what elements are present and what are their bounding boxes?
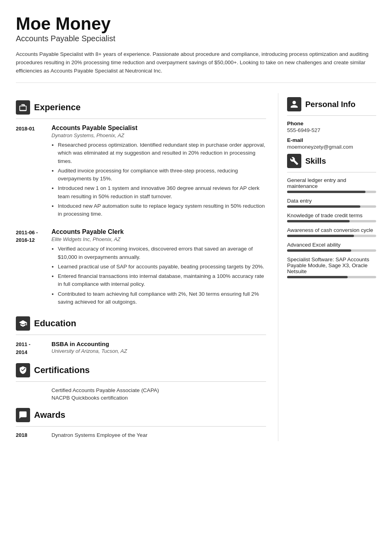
skill-bar-fill xyxy=(287,249,351,252)
award-description: Dynatron Systems Employee of the Year xyxy=(51,432,147,438)
certifications-divider xyxy=(16,381,266,382)
skill-bar-fill xyxy=(287,191,365,193)
personal-info-divider xyxy=(287,115,376,116)
experience-bullet: Intoduced new AP automation suite to rep… xyxy=(58,202,266,218)
skill-item: Awareness of cash conversion cycle xyxy=(287,227,376,237)
skill-bar-background xyxy=(287,276,376,278)
skill-bar-background xyxy=(287,191,376,193)
awards-icon xyxy=(16,408,30,422)
experience-bullet: Introduced new 1 on 1 system and innovat… xyxy=(58,184,266,201)
experience-company: Elite Widgets Inc, Phoenix, AZ xyxy=(51,236,266,242)
education-degree: BSBA in Accounting xyxy=(51,341,127,347)
skill-item: Knowledge of trade credit terms xyxy=(287,212,376,222)
experience-title: Accounts Payable Clerk xyxy=(51,228,266,235)
skill-item: Advanced Excel ability xyxy=(287,242,376,252)
education-icon xyxy=(16,316,30,331)
skill-name: General ledger entry and maintenance xyxy=(287,177,376,189)
email-value: moemoneyzety@gmail.com xyxy=(287,144,376,150)
award-year: 2018 xyxy=(16,432,51,438)
experience-date: 2018-01 xyxy=(16,124,51,220)
skills-divider xyxy=(287,172,376,172)
experience-bullets: Researched process optimization. Identif… xyxy=(51,141,266,218)
skill-item: General ledger entry and maintenance xyxy=(287,177,376,193)
education-section-header: Education xyxy=(16,316,266,331)
summary-text: Accounts Payable Specialist with 8+ year… xyxy=(16,50,376,83)
certifications-section-header: Certifications xyxy=(16,363,266,377)
experience-bullets: Verified accuracy of incoming invoices, … xyxy=(51,245,266,306)
skill-bar-fill xyxy=(287,220,350,222)
experience-list: 2018-01Accounts Payable SpecialistDynatr… xyxy=(16,124,266,308)
experience-date: 2011-06 - 2016-12 xyxy=(16,228,51,308)
skill-name: Advanced Excel ability xyxy=(287,242,376,248)
experience-divider xyxy=(16,119,266,119)
skill-bar-background xyxy=(287,205,376,208)
education-list: 2011 - 2014BSBA in AccountingUniversity … xyxy=(16,341,266,356)
skill-name: Data entry xyxy=(287,198,376,204)
experience-section-header: Experience xyxy=(16,100,266,115)
award-entry: 2018Dynatron Systems Employee of the Yea… xyxy=(16,432,266,438)
skill-bar-fill xyxy=(287,276,348,278)
experience-icon xyxy=(16,100,30,115)
awards-divider xyxy=(16,426,266,427)
awards-section-header: Awards xyxy=(16,408,266,422)
certification-item: Certified Accounts Payable Associate (CA… xyxy=(51,387,266,393)
certifications-icon xyxy=(16,363,30,377)
experience-bullet: Researched process optimization. Identif… xyxy=(58,141,266,165)
skills-list: General ledger entry and maintenanceData… xyxy=(287,177,376,278)
experience-entry: 2011-06 - 2016-12Accounts Payable ClerkE… xyxy=(16,228,266,308)
phone-value: 555-6949-527 xyxy=(287,127,376,133)
experience-bullet: Entered financial transactions into inte… xyxy=(58,272,266,289)
skill-item: Data entry xyxy=(287,198,376,208)
right-column: Personal Info Phone 555-6949-527 E-mail … xyxy=(278,93,376,441)
experience-label: Experience xyxy=(34,102,80,113)
experience-bullet: Learned practical use of SAP for account… xyxy=(58,263,266,271)
certifications-list: Certified Accounts Payable Associate (CA… xyxy=(51,387,266,401)
email-label: E-mail xyxy=(287,137,376,143)
skill-item: Specialist Software: SAP Accounts Payabl… xyxy=(287,256,376,278)
skill-bar-background xyxy=(287,235,376,237)
skill-bar-background xyxy=(287,220,376,222)
skill-bar-fill xyxy=(287,235,354,237)
resume-header: Moe Money Accounts Payable Specialist xyxy=(16,14,376,43)
personal-info-label: Personal Info xyxy=(305,100,356,109)
personal-info-icon xyxy=(287,97,301,111)
education-divider xyxy=(16,335,266,335)
candidate-name: Moe Money xyxy=(16,14,376,33)
skill-bar-fill xyxy=(287,205,360,208)
skill-name: Awareness of cash conversion cycle xyxy=(287,227,376,233)
education-entry: 2011 - 2014BSBA in AccountingUniversity … xyxy=(16,341,266,356)
candidate-title: Accounts Payable Specialist xyxy=(16,34,376,43)
skills-icon xyxy=(287,154,301,168)
education-label: Education xyxy=(34,318,76,329)
certification-item: NACPB Quickbooks certification xyxy=(51,395,266,401)
skills-label: Skills xyxy=(305,157,326,166)
experience-entry: 2018-01Accounts Payable SpecialistDynatr… xyxy=(16,124,266,220)
education-school: University of Arizona, Tucson, AZ xyxy=(51,348,127,354)
skills-section-header: Skills xyxy=(287,154,376,168)
experience-bullet: Verified accuracy of incoming invoices, … xyxy=(58,245,266,261)
awards-list: 2018Dynatron Systems Employee of the Yea… xyxy=(16,432,266,438)
education-date: 2011 - 2014 xyxy=(16,341,51,356)
experience-company: Dynatron Systems, Phoenix, AZ xyxy=(51,132,266,138)
experience-title: Accounts Payable Specialist xyxy=(51,124,266,132)
experience-bullet: Audited invoice processing for complianc… xyxy=(58,167,266,183)
experience-bullet: Contributed to team achieving full compl… xyxy=(58,290,266,306)
education-content: BSBA in AccountingUniversity of Arizona,… xyxy=(51,341,127,356)
experience-content: Accounts Payable SpecialistDynatron Syst… xyxy=(51,124,266,220)
skill-bar-background xyxy=(287,249,376,252)
phone-label: Phone xyxy=(287,121,376,126)
personal-info-section-header: Personal Info xyxy=(287,97,376,111)
experience-content: Accounts Payable ClerkElite Widgets Inc,… xyxy=(51,228,266,308)
certifications-label: Certifications xyxy=(34,365,90,375)
skill-name: Specialist Software: SAP Accounts Payabl… xyxy=(287,256,376,274)
left-column: Experience 2018-01Accounts Payable Speci… xyxy=(16,93,278,441)
skill-name: Knowledge of trade credit terms xyxy=(287,212,376,218)
awards-label: Awards xyxy=(34,410,65,420)
